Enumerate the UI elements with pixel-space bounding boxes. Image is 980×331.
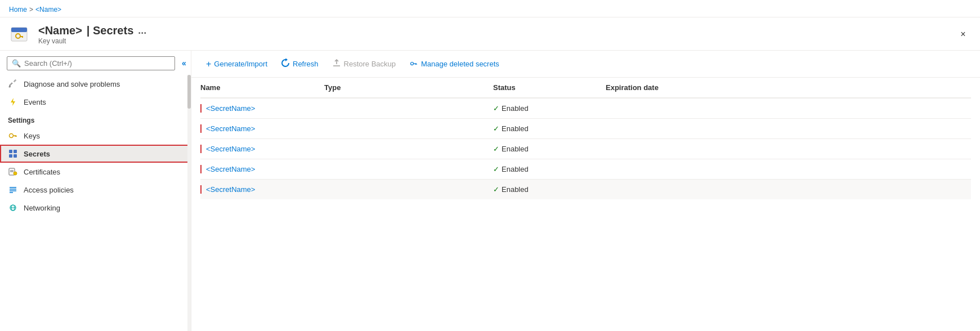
secrets-table: Name Type Status Expiration date <Secret…: [200, 78, 971, 199]
key-link-icon: [409, 59, 418, 69]
secret-type-cell: [324, 180, 493, 200]
key-vault-svg: [10, 24, 30, 44]
secret-type-cell: [324, 159, 493, 180]
sidebar-item-keys[interactable]: Keys: [0, 127, 191, 145]
sidebar-item-keys-label: Keys: [24, 132, 40, 140]
secret-expiry-cell: [606, 98, 971, 119]
sidebar-item-certificates-label: Certificates: [24, 168, 60, 176]
sidebar-item-secrets[interactable]: Secrets: [0, 145, 191, 163]
status-enabled: ✓ Enabled: [493, 185, 599, 194]
certificate-icon: [8, 167, 18, 176]
sidebar-item-secrets-label: Secrets: [24, 150, 50, 158]
secret-status-cell: ✓ Enabled: [493, 180, 606, 200]
check-icon: ✓: [493, 104, 499, 113]
refresh-label: Refresh: [293, 60, 319, 68]
generate-import-label: Generate/Import: [214, 60, 267, 68]
secret-expiry-cell: [606, 119, 971, 139]
col-name: Name: [200, 78, 324, 98]
sidebar-item-networking-label: Networking: [24, 204, 60, 212]
sidebar-item-events[interactable]: Events: [0, 93, 191, 111]
secret-name-cell[interactable]: <SecretName>: [200, 180, 324, 200]
page-header: <Name> | Secrets ... Key vault ×: [0, 17, 980, 51]
search-input[interactable]: [24, 59, 170, 68]
sidebar-item-diagnose-label: Diagnose and solve problems: [24, 80, 120, 88]
col-expiration: Expiration date: [606, 78, 971, 98]
wrench-icon: [8, 79, 18, 88]
breadcrumb-home[interactable]: Home: [9, 6, 27, 14]
resource-name: <Name>: [38, 24, 82, 37]
table-row: <SecretName>✓ Enabled: [200, 139, 971, 159]
status-enabled: ✓ Enabled: [493, 165, 599, 173]
check-icon: ✓: [493, 124, 499, 133]
secret-name-cell[interactable]: <SecretName>: [200, 159, 324, 180]
page-title: <Name> | Secrets ...: [38, 24, 146, 37]
lightning-icon: [8, 97, 18, 106]
sidebar-item-access-policies[interactable]: Access policies: [0, 181, 191, 199]
sidebar-item-diagnose[interactable]: Diagnose and solve problems: [0, 75, 191, 93]
check-icon: ✓: [493, 145, 499, 153]
resource-subtitle: Key vault: [38, 37, 146, 45]
scrollbar-track: [187, 75, 191, 331]
settings-section-header: Settings: [0, 111, 191, 127]
svg-rect-11: [14, 150, 17, 153]
restore-backup-label: Restore Backup: [344, 60, 396, 68]
svg-rect-4: [22, 36, 23, 38]
resource-icon: [9, 23, 32, 46]
svg-point-27: [411, 62, 414, 65]
search-icon: 🔍: [12, 59, 21, 68]
manage-deleted-label: Manage deleted secrets: [421, 60, 499, 68]
sidebar-item-certificates[interactable]: Certificates: [0, 163, 191, 181]
svg-marker-5: [11, 98, 15, 106]
header-title-block: <Name> | Secrets ... Key vault: [38, 24, 146, 45]
manage-deleted-button[interactable]: Manage deleted secrets: [404, 55, 505, 73]
network-icon: [8, 203, 18, 212]
collapse-sidebar-button[interactable]: «: [177, 56, 191, 70]
secret-status-cell: ✓ Enabled: [493, 98, 606, 119]
sidebar-item-networking[interactable]: Networking: [0, 199, 191, 217]
search-box[interactable]: 🔍: [7, 56, 175, 70]
secret-expiry-cell: [606, 180, 971, 200]
secret-status-cell: ✓ Enabled: [493, 159, 606, 180]
svg-point-17: [14, 172, 17, 175]
secrets-table-container: Name Type Status Expiration date <Secret…: [191, 78, 980, 331]
grid-icon: [8, 149, 18, 158]
breadcrumb-sep1: >: [29, 6, 33, 14]
plus-icon: +: [206, 59, 211, 69]
svg-rect-13: [14, 154, 17, 158]
secret-status-cell: ✓ Enabled: [493, 119, 606, 139]
secret-name-cell[interactable]: <SecretName>: [200, 119, 324, 139]
secret-type-cell: [324, 139, 493, 159]
sidebar: 🔍 « Diagnose and solve problems: [0, 51, 191, 331]
close-button[interactable]: ×: [955, 26, 971, 42]
secret-name-cell[interactable]: <SecretName>: [200, 98, 324, 119]
sidebar-scroll: Diagnose and solve problems Events Setti…: [0, 75, 191, 331]
svg-rect-12: [9, 154, 12, 158]
secret-status-cell: ✓ Enabled: [493, 139, 606, 159]
secret-type-cell: [324, 119, 493, 139]
refresh-button[interactable]: Refresh: [275, 55, 324, 73]
content-area: + Generate/Import Refresh: [191, 51, 980, 331]
check-icon: ✓: [493, 165, 499, 173]
refresh-icon: [281, 59, 290, 69]
status-enabled: ✓ Enabled: [493, 145, 599, 153]
table-header-row: Name Type Status Expiration date: [200, 78, 971, 98]
col-type: Type: [324, 78, 493, 98]
svg-rect-1: [11, 28, 27, 32]
sidebar-item-access-policies-label: Access policies: [24, 186, 74, 194]
secret-name-cell[interactable]: <SecretName>: [200, 139, 324, 159]
top-bar: Home > <Name>: [0, 0, 980, 17]
list-icon: [8, 185, 18, 194]
breadcrumb-name[interactable]: <Name>: [35, 6, 61, 14]
more-options-btn[interactable]: ...: [138, 25, 146, 37]
check-icon: ✓: [493, 185, 499, 194]
secret-expiry-cell: [606, 159, 971, 180]
restore-backup-button[interactable]: Restore Backup: [326, 55, 402, 73]
svg-point-6: [10, 134, 14, 138]
generate-import-button[interactable]: + Generate/Import: [200, 56, 273, 73]
status-enabled: ✓ Enabled: [493, 124, 599, 133]
table-row: <SecretName>✓ Enabled: [200, 180, 971, 200]
table-row: <SecretName>✓ Enabled: [200, 98, 971, 119]
status-enabled: ✓ Enabled: [493, 104, 599, 113]
scrollbar-thumb[interactable]: [187, 75, 191, 109]
breadcrumb: Home > <Name>: [9, 6, 61, 14]
